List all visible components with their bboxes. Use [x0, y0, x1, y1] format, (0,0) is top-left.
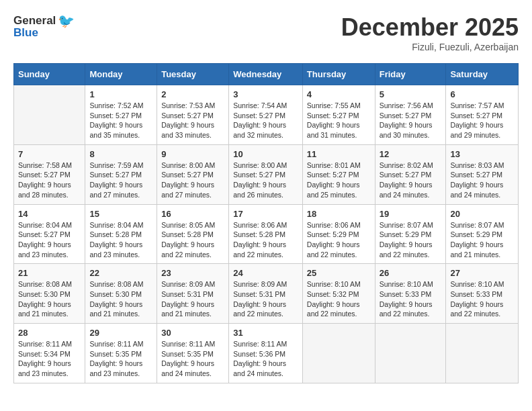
day-number: 11: [307, 149, 371, 159]
day-number: 15: [89, 209, 152, 219]
week-row-3: 14Sunrise: 8:04 AMSunset: 5:27 PMDayligh…: [14, 204, 519, 264]
day-number: 7: [18, 149, 81, 159]
day-info: Sunrise: 8:10 AMSunset: 5:32 PMDaylight:…: [307, 279, 371, 319]
day-number: 3: [233, 89, 298, 99]
day-info: Sunrise: 8:11 AMSunset: 5:34 PMDaylight:…: [18, 339, 81, 379]
calendar-cell: [375, 324, 446, 383]
day-info: Sunrise: 8:09 AMSunset: 5:31 PMDaylight:…: [161, 279, 224, 319]
calendar-cell: 31Sunrise: 8:11 AMSunset: 5:36 PMDayligh…: [229, 324, 303, 383]
calendar-cell: 3Sunrise: 7:54 AMSunset: 5:27 PMDaylight…: [229, 85, 303, 145]
day-info: Sunrise: 7:59 AMSunset: 5:27 PMDaylight:…: [89, 161, 152, 200]
calendar-cell: 5Sunrise: 7:56 AMSunset: 5:27 PMDaylight…: [375, 85, 446, 145]
header-wednesday: Wednesday: [229, 64, 303, 85]
calendar-cell: 6Sunrise: 7:57 AMSunset: 5:27 PMDaylight…: [446, 85, 519, 145]
header-sunday: Sunday: [14, 64, 85, 85]
calendar-cell: 14Sunrise: 8:04 AMSunset: 5:27 PMDayligh…: [14, 204, 85, 264]
day-number: 28: [18, 328, 81, 338]
day-info: Sunrise: 7:56 AMSunset: 5:27 PMDaylight:…: [380, 101, 442, 140]
calendar-cell: 7Sunrise: 7:58 AMSunset: 5:27 PMDaylight…: [14, 144, 85, 204]
calendar-cell: 9Sunrise: 8:00 AMSunset: 5:27 PMDaylight…: [157, 144, 229, 204]
calendar-cell: 25Sunrise: 8:10 AMSunset: 5:32 PMDayligh…: [302, 264, 375, 324]
calendar-cell: 11Sunrise: 8:01 AMSunset: 5:27 PMDayligh…: [302, 144, 375, 204]
logo-blue: Blue: [13, 27, 38, 40]
day-number: 8: [89, 149, 152, 159]
day-number: 6: [450, 89, 514, 99]
day-info: Sunrise: 7:52 AMSunset: 5:27 PMDaylight:…: [89, 101, 152, 140]
month-year-title: December 2025: [341, 13, 519, 42]
calendar-cell: 1Sunrise: 7:52 AMSunset: 5:27 PMDaylight…: [85, 85, 157, 145]
header-monday: Monday: [85, 64, 157, 85]
calendar-cell: 12Sunrise: 8:02 AMSunset: 5:27 PMDayligh…: [375, 144, 446, 204]
day-info: Sunrise: 8:08 AMSunset: 5:30 PMDaylight:…: [18, 279, 81, 319]
calendar-cell: 30Sunrise: 8:11 AMSunset: 5:35 PMDayligh…: [157, 324, 229, 383]
day-number: 1: [89, 89, 152, 99]
week-row-1: 1Sunrise: 7:52 AMSunset: 5:27 PMDaylight…: [14, 85, 519, 145]
day-info: Sunrise: 8:02 AMSunset: 5:27 PMDaylight:…: [380, 161, 442, 200]
day-number: 5: [380, 89, 442, 99]
calendar-cell: 29Sunrise: 8:11 AMSunset: 5:35 PMDayligh…: [85, 324, 157, 383]
day-info: Sunrise: 7:57 AMSunset: 5:27 PMDaylight:…: [450, 101, 514, 140]
day-number: 12: [380, 149, 442, 159]
day-number: 9: [161, 149, 224, 159]
day-number: 21: [18, 268, 81, 278]
calendar-cell: 19Sunrise: 8:07 AMSunset: 5:29 PMDayligh…: [375, 204, 446, 264]
day-info: Sunrise: 8:04 AMSunset: 5:28 PMDaylight:…: [89, 220, 152, 260]
day-number: 2: [161, 89, 224, 99]
day-number: 18: [307, 209, 371, 219]
calendar-cell: 13Sunrise: 8:03 AMSunset: 5:27 PMDayligh…: [446, 144, 519, 204]
day-number: 27: [450, 268, 514, 278]
day-info: Sunrise: 7:55 AMSunset: 5:27 PMDaylight:…: [307, 101, 371, 140]
day-number: 13: [450, 149, 514, 159]
day-info: Sunrise: 8:01 AMSunset: 5:27 PMDaylight:…: [307, 161, 371, 200]
day-info: Sunrise: 8:00 AMSunset: 5:27 PMDaylight:…: [161, 161, 224, 200]
header-tuesday: Tuesday: [157, 64, 229, 85]
logo-general: General: [13, 15, 56, 28]
week-row-5: 28Sunrise: 8:11 AMSunset: 5:34 PMDayligh…: [14, 324, 519, 383]
calendar-cell: 15Sunrise: 8:04 AMSunset: 5:28 PMDayligh…: [85, 204, 157, 264]
day-info: Sunrise: 8:06 AMSunset: 5:29 PMDaylight:…: [307, 220, 371, 260]
day-info: Sunrise: 8:08 AMSunset: 5:30 PMDaylight:…: [89, 279, 152, 319]
day-number: 26: [380, 268, 442, 278]
calendar-cell: 21Sunrise: 8:08 AMSunset: 5:30 PMDayligh…: [14, 264, 85, 324]
calendar-cell: 24Sunrise: 8:09 AMSunset: 5:31 PMDayligh…: [229, 264, 303, 324]
day-info: Sunrise: 8:09 AMSunset: 5:31 PMDaylight:…: [233, 279, 298, 319]
day-number: 30: [161, 328, 224, 338]
header-friday: Friday: [375, 64, 446, 85]
day-number: 16: [161, 209, 224, 219]
day-info: Sunrise: 7:58 AMSunset: 5:27 PMDaylight:…: [18, 161, 81, 200]
day-info: Sunrise: 8:00 AMSunset: 5:27 PMDaylight:…: [233, 161, 298, 200]
day-info: Sunrise: 8:07 AMSunset: 5:29 PMDaylight:…: [450, 220, 514, 260]
calendar-cell: [14, 85, 85, 145]
calendar-cell: 28Sunrise: 8:11 AMSunset: 5:34 PMDayligh…: [14, 324, 85, 383]
calendar-cell: 2Sunrise: 7:53 AMSunset: 5:27 PMDaylight…: [157, 85, 229, 145]
logo: General 🐦 Blue: [13, 13, 75, 40]
header-thursday: Thursday: [302, 64, 375, 85]
day-number: 22: [89, 268, 152, 278]
calendar-cell: 20Sunrise: 8:07 AMSunset: 5:29 PMDayligh…: [446, 204, 519, 264]
week-row-4: 21Sunrise: 8:08 AMSunset: 5:30 PMDayligh…: [14, 264, 519, 324]
day-number: 10: [233, 149, 298, 159]
calendar-table: SundayMondayTuesdayWednesdayThursdayFrid…: [13, 63, 519, 383]
day-info: Sunrise: 8:11 AMSunset: 5:36 PMDaylight:…: [233, 339, 298, 379]
day-number: 25: [307, 268, 371, 278]
calendar-cell: 23Sunrise: 8:09 AMSunset: 5:31 PMDayligh…: [157, 264, 229, 324]
calendar-cell: 10Sunrise: 8:00 AMSunset: 5:27 PMDayligh…: [229, 144, 303, 204]
calendar-cell: 17Sunrise: 8:06 AMSunset: 5:28 PMDayligh…: [229, 204, 303, 264]
day-info: Sunrise: 7:54 AMSunset: 5:27 PMDaylight:…: [233, 101, 298, 140]
day-number: 20: [450, 209, 514, 219]
day-info: Sunrise: 8:10 AMSunset: 5:33 PMDaylight:…: [450, 279, 514, 319]
day-number: 17: [233, 209, 298, 219]
calendar-cell: 16Sunrise: 8:05 AMSunset: 5:28 PMDayligh…: [157, 204, 229, 264]
day-number: 4: [307, 89, 371, 99]
calendar-cell: [302, 324, 375, 383]
day-info: Sunrise: 8:10 AMSunset: 5:33 PMDaylight:…: [380, 279, 442, 319]
header: General 🐦 Blue December 2025 Fizuli, Fue…: [13, 13, 519, 52]
calendar-cell: 18Sunrise: 8:06 AMSunset: 5:29 PMDayligh…: [302, 204, 375, 264]
day-info: Sunrise: 7:53 AMSunset: 5:27 PMDaylight:…: [161, 101, 224, 140]
logo-bird-icon: 🐦: [58, 13, 75, 28]
calendar-cell: 22Sunrise: 8:08 AMSunset: 5:30 PMDayligh…: [85, 264, 157, 324]
day-number: 31: [233, 328, 298, 338]
day-number: 23: [161, 268, 224, 278]
day-info: Sunrise: 8:05 AMSunset: 5:28 PMDaylight:…: [161, 220, 224, 260]
day-number: 24: [233, 268, 298, 278]
